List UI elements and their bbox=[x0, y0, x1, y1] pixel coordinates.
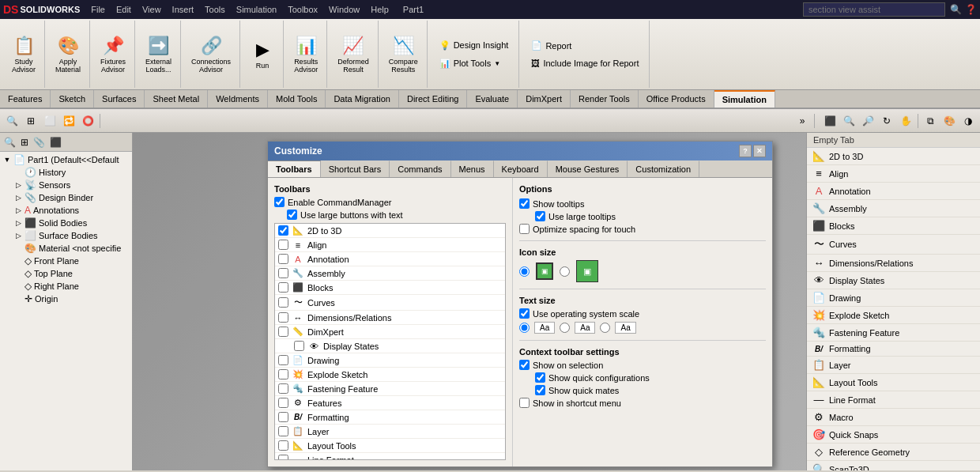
filter-tree-btn[interactable]: 🔍 bbox=[2, 135, 18, 149]
search-input[interactable] bbox=[803, 2, 945, 17]
list-item-layer[interactable]: 📋 Layer bbox=[275, 425, 505, 439]
ribbon-btn-design-insight[interactable]: 💡 Design Insight bbox=[435, 38, 513, 53]
list-item-features[interactable]: ⚙ Features bbox=[275, 396, 505, 410]
list-item-dim-relations[interactable]: ↔ Dimensions/Relations bbox=[275, 311, 505, 325]
right-item-2dto3d[interactable]: 📐 2D to 3D bbox=[807, 148, 980, 165]
tree-btn3[interactable]: ⬛ bbox=[47, 135, 64, 149]
large-buttons-checkbox[interactable] bbox=[287, 210, 297, 220]
right-item-scanto3d[interactable]: 🔍 ScanTo3D bbox=[807, 461, 980, 470]
plot-tools-dropdown-icon[interactable]: ▼ bbox=[494, 60, 500, 67]
right-item-layer[interactable]: 📋 Layer bbox=[807, 357, 980, 374]
pan-btn[interactable]: ✋ bbox=[897, 112, 914, 130]
show-on-sel-cb[interactable] bbox=[519, 360, 530, 370]
tree-item-sensors[interactable]: ▷ 📡 Sensors bbox=[13, 179, 130, 191]
tab-evaluate[interactable]: Evaluate bbox=[467, 90, 518, 108]
ribbon-btn-results-advisor[interactable]: 📊 ResultsAdvisor bbox=[288, 32, 323, 77]
tree-btn2[interactable]: 📎 bbox=[31, 135, 47, 149]
list-item-line-format[interactable]: — Line Format bbox=[275, 453, 505, 460]
toolbar-list[interactable]: 📐 2D to 3D ≡ Align A Anno bbox=[274, 223, 506, 460]
toolbar2-btn3[interactable]: 🔁 bbox=[60, 112, 77, 130]
menu-toolbox[interactable]: Toolbox bbox=[283, 3, 322, 16]
list-item-curves[interactable]: 〜 Curves bbox=[275, 295, 505, 311]
cb-layout-tools[interactable] bbox=[278, 440, 288, 451]
tab-data-migration[interactable]: Data Migration bbox=[326, 90, 399, 108]
ribbon-btn-fixtures[interactable]: 📌 FixturesAdvisor bbox=[95, 32, 131, 77]
tree-item-top-plane[interactable]: ◇ Top Plane bbox=[13, 267, 130, 280]
dialog-close-btn[interactable]: ✕ bbox=[753, 145, 766, 157]
show-quick-config-cb[interactable] bbox=[535, 372, 545, 383]
cb-line-format[interactable] bbox=[278, 455, 288, 460]
help-icon[interactable]: ❓ bbox=[965, 4, 977, 15]
tab-sheet-metal[interactable]: Sheet Metal bbox=[145, 90, 208, 108]
ribbon-btn-compare[interactable]: 📉 CompareResults bbox=[383, 32, 424, 77]
show-quick-mates-cb[interactable] bbox=[535, 385, 545, 395]
list-item-drawing[interactable]: 📄 Drawing bbox=[275, 353, 505, 368]
ribbon-btn-report[interactable]: 📄 Report bbox=[527, 38, 643, 53]
tab-surfaces[interactable]: Surfaces bbox=[94, 90, 145, 108]
right-item-quick-snaps[interactable]: 🎯 Quick Snaps bbox=[807, 426, 980, 444]
large-tooltips-cb[interactable] bbox=[535, 211, 545, 221]
list-item-layout-tools[interactable]: 📐 Layout Tools bbox=[275, 439, 505, 453]
right-item-line-format[interactable]: — Line Format bbox=[807, 391, 980, 409]
cb-fastening[interactable] bbox=[278, 383, 288, 394]
tree-item-history[interactable]: 🕐 History bbox=[13, 166, 130, 179]
use-os-scale-cb[interactable] bbox=[519, 308, 530, 319]
cb-2dto3d[interactable] bbox=[278, 225, 288, 236]
ribbon-btn-include-image[interactable]: 🖼 Include Image for Report bbox=[527, 56, 643, 70]
filter-btn[interactable]: 🔍 bbox=[3, 112, 21, 130]
ribbon-btn-external-loads[interactable]: ➡️ ExternalLoads... bbox=[140, 32, 177, 77]
optimize-touch-cb[interactable] bbox=[519, 224, 530, 234]
dialog-tab-toolbars[interactable]: Toolbars bbox=[268, 160, 321, 177]
menu-insert[interactable]: Insert bbox=[168, 3, 199, 16]
dialog-help-btn[interactable]: ? bbox=[739, 145, 752, 157]
menu-file[interactable]: File bbox=[86, 3, 110, 16]
cb-assembly[interactable] bbox=[278, 268, 288, 278]
right-item-dim-relations[interactable]: ↔ Dimensions/Relations bbox=[807, 255, 980, 272]
tree-item-surface-bodies[interactable]: ▷ ⬜ Surface Bodies bbox=[13, 229, 130, 242]
icon-size-large-radio[interactable] bbox=[560, 266, 570, 277]
tab-simulation[interactable]: Simulation bbox=[714, 90, 775, 108]
menu-edit[interactable]: Edit bbox=[111, 3, 136, 16]
cb-align[interactable] bbox=[278, 240, 288, 250]
cb-formatting[interactable] bbox=[278, 412, 288, 422]
right-item-blocks[interactable]: ⬛ Blocks bbox=[807, 217, 980, 235]
list-item-2dto3d[interactable]: 📐 2D to 3D bbox=[275, 224, 505, 238]
cb-features[interactable] bbox=[278, 398, 288, 408]
tab-weldments[interactable]: Weldments bbox=[208, 90, 268, 108]
ribbon-btn-run[interactable]: ▶ Run bbox=[245, 36, 280, 74]
right-item-formatting[interactable]: B/ Formatting bbox=[807, 342, 980, 357]
toolbar2-btn2[interactable]: ⬜ bbox=[41, 112, 58, 130]
cb-dim-relations[interactable] bbox=[278, 312, 288, 323]
menu-view[interactable]: View bbox=[138, 3, 166, 16]
tree-item-origin[interactable]: ✛ Origin bbox=[13, 293, 130, 305]
zoom-out-btn[interactable]: 🔎 bbox=[859, 112, 876, 130]
appearance-btn[interactable]: 🎨 bbox=[940, 112, 958, 130]
section-view-btn[interactable]: ⧉ bbox=[922, 112, 939, 130]
shadows-btn[interactable]: ◑ bbox=[959, 112, 977, 130]
dialog-tab-customization[interactable]: Customization bbox=[628, 160, 699, 177]
show-tooltips-cb[interactable] bbox=[519, 198, 530, 209]
cb-dimxpert[interactable] bbox=[278, 327, 288, 337]
ribbon-btn-connections[interactable]: 🔗 ConnectionsAdvisor bbox=[186, 32, 236, 77]
list-item-explode-sketch[interactable]: 💥 Explode Sketch bbox=[275, 368, 505, 382]
list-item-blocks[interactable]: ⬛ Blocks bbox=[275, 281, 505, 295]
toolbar2-btn4[interactable]: ⭕ bbox=[79, 112, 96, 130]
list-item-annotation[interactable]: A Annotation bbox=[275, 252, 505, 266]
right-item-display-states[interactable]: 👁 Display States bbox=[807, 272, 980, 289]
menu-window[interactable]: Window bbox=[324, 3, 364, 16]
dialog-tab-keyboard[interactable]: Keyboard bbox=[494, 160, 548, 177]
cb-curves[interactable] bbox=[278, 297, 288, 308]
tab-dimxpert[interactable]: DimXpert bbox=[518, 90, 571, 108]
cb-drawing[interactable] bbox=[278, 355, 288, 365]
tree-item-front-plane[interactable]: ◇ Front Plane bbox=[13, 255, 130, 267]
right-item-assembly[interactable]: 🔧 Assembly bbox=[807, 200, 980, 217]
rotate-btn[interactable]: ↻ bbox=[878, 112, 895, 130]
tree-item-material[interactable]: 🎨 Material <not specifie bbox=[13, 242, 130, 255]
search-icon[interactable]: 🔍 bbox=[950, 4, 962, 15]
menu-help[interactable]: Help bbox=[366, 3, 394, 16]
tab-office-products[interactable]: Office Products bbox=[639, 90, 714, 108]
list-item-formatting[interactable]: B/ Formatting bbox=[275, 410, 505, 425]
cb-annotation[interactable] bbox=[278, 254, 288, 264]
zoom-fit-btn[interactable]: ⬛ bbox=[821, 112, 839, 130]
right-item-drawing[interactable]: 📄 Drawing bbox=[807, 289, 980, 307]
